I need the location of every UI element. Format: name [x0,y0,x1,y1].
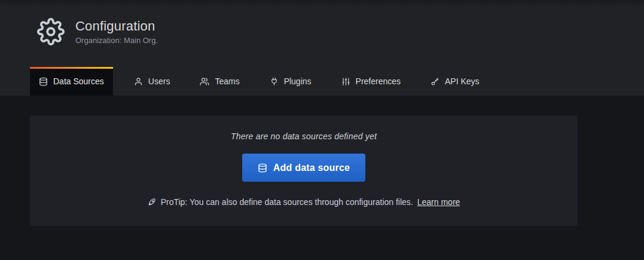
database-icon [39,77,48,86]
users-icon [200,77,209,86]
gear-icon [37,18,65,45]
configuration-page: Configuration Organization: Main Org. Da… [0,0,644,260]
page-header: Configuration Organization: Main Org. Da… [0,0,644,96]
add-data-source-button[interactable]: Add data source [242,154,365,182]
tab-teams[interactable]: Teams [191,67,248,96]
rocket-icon [148,198,157,207]
key-icon [431,77,439,86]
learn-more-link[interactable]: Learn more [417,197,460,207]
tab-users[interactable]: Users [125,67,179,96]
tab-label: API Keys [445,77,480,86]
title-block: Configuration Organization: Main Org. [75,19,158,45]
content-area: There are no data sources defined yet Ad… [0,96,644,226]
page-subtitle: Organization: Main Org. [75,36,158,45]
database-icon [258,163,267,173]
tab-plugins[interactable]: Plugins [261,67,321,96]
tab-label: Teams [215,77,239,86]
page-title: Configuration [75,19,158,34]
tab-data-sources[interactable]: Data Sources [30,67,113,96]
page-header-info: Configuration Organization: Main Org. [0,0,644,45]
tab-label: Users [148,77,170,86]
user-icon [134,77,143,86]
tab-label: Preferences [356,77,401,86]
protip-text: ProTip: You can also define data sources… [161,197,413,207]
sliders-icon [341,77,350,86]
empty-state-message: There are no data sources defined yet [30,131,578,141]
plug-icon [270,77,279,86]
tab-label: Plugins [284,77,312,86]
tab-preferences[interactable]: Preferences [332,67,410,96]
tab-bar: Data Sources Users [30,67,489,96]
tab-api-keys[interactable]: API Keys [422,67,489,96]
add-data-source-label: Add data source [273,163,350,173]
tab-label: Data Sources [53,77,104,86]
empty-state-card: There are no data sources defined yet Ad… [30,115,578,226]
protip-row: ProTip: You can also define data sources… [30,197,578,207]
